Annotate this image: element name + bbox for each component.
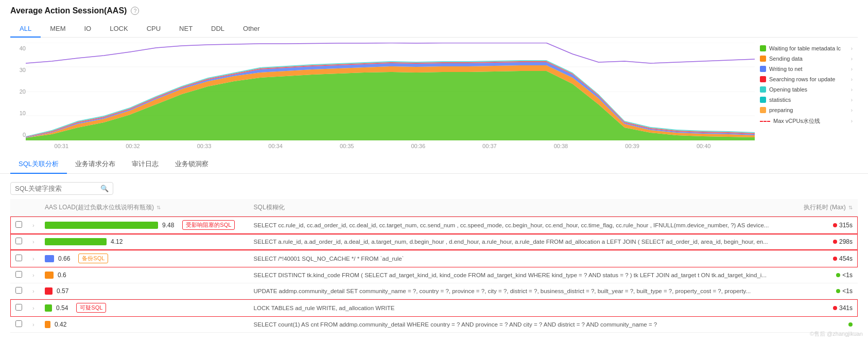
section-tab-lock[interactable]: 业务锁洞察 [167, 155, 217, 174]
row-sql-1: SELECT cc.rule_id, cc.ad_order_id, cc.de… [249, 216, 796, 234]
legend-color-6 [760, 97, 766, 103]
col-header-checkbox [10, 199, 27, 216]
chart-x-axis: 00:31 00:32 00:33 00:34 00:35 00:36 00:3… [10, 142, 755, 150]
dot-3 [833, 257, 837, 261]
table-row: › 4.12 SELECT a.rule_id, a.ad_order_id, … [10, 234, 858, 250]
row-sql-6: LOCK TABLES ad_rule WRITE, ad_allocation… [249, 299, 796, 317]
row-expand-4[interactable]: › [27, 267, 40, 283]
tag-affected-sql: 受影响阻塞的SQL [182, 220, 235, 230]
row-aas-4: 0.6 [40, 267, 249, 283]
aas-bar-7 [45, 321, 50, 328]
row-checkbox-2[interactable] [10, 234, 27, 250]
row-expand-7[interactable]: › [27, 317, 40, 333]
tab-lock[interactable]: LOCK [100, 21, 137, 38]
row-checkbox-3[interactable] [10, 250, 27, 267]
dot-2 [833, 240, 837, 244]
table-header-row: AAS LOAD(超过负载水位线说明有瓶颈) ⇅ SQL模糊化 执行耗时 (Ma… [10, 199, 858, 216]
legend-item-3[interactable]: Writing to net › [760, 66, 853, 72]
row-aas-2: 4.12 [40, 234, 249, 250]
row-exec-5: <1s [796, 283, 858, 299]
info-icon[interactable]: ? [131, 7, 139, 15]
legend-item-1[interactable]: Waiting for table metadata lc › [760, 45, 853, 51]
aas-bar-4 [45, 272, 54, 279]
tab-mem[interactable]: MEM [41, 21, 75, 38]
watermark: ©售后 @zhangjikuan [810, 330, 863, 338]
aas-bar-1 [45, 222, 158, 229]
row-exec-1: 315s [796, 216, 858, 234]
dot-5 [836, 289, 840, 293]
legend-item-7[interactable]: preparing › [760, 107, 853, 113]
row-checkbox-5[interactable] [10, 283, 27, 299]
data-table: AAS LOAD(超过负载水位线说明有瓶颈) ⇅ SQL模糊化 执行耗时 (Ma… [10, 199, 858, 333]
row-exec-4: <1s [796, 267, 858, 283]
row-expand-2[interactable]: › [27, 234, 40, 250]
col-header-aas[interactable]: AAS LOAD(超过负载水位线说明有瓶颈) ⇅ [40, 199, 249, 216]
row-exec-2: 298s [796, 234, 858, 250]
section-tab-business[interactable]: 业务请求分布 [67, 155, 124, 174]
legend-item-6[interactable]: statistics › [760, 97, 853, 103]
legend-color-7 [760, 107, 766, 113]
table-row: › 0.6 SELECT DISTINCT tk.kind_code FROM … [10, 267, 858, 283]
tab-other[interactable]: Other [234, 21, 269, 38]
tab-cpu[interactable]: CPU [137, 21, 170, 38]
col-header-exec[interactable]: 执行耗时 (Max) ⇅ [796, 199, 858, 216]
search-bar: 🔍 [0, 178, 868, 199]
tab-all[interactable]: ALL [10, 21, 41, 38]
sort-icon-exec: ⇅ [848, 205, 853, 210]
row-expand-3[interactable]: › [27, 250, 40, 267]
row-checkbox-4[interactable] [10, 267, 27, 283]
search-input-wrap[interactable]: 🔍 [10, 182, 113, 195]
main-tab-bar: ALL MEM IO LOCK CPU NET DDL Other [10, 21, 858, 38]
row-expand-1[interactable]: › [27, 216, 40, 234]
page-title: Average Action Session(AAS) [10, 6, 127, 15]
tab-net[interactable]: NET [170, 21, 202, 38]
row-sql-3: SELECT /*!40001 SQL_NO_CACHE */ * FROM `… [249, 250, 796, 267]
legend-item-5[interactable]: Opening tables › [760, 86, 853, 93]
legend-panel: Waiting for table metadata lc › Sending … [755, 43, 858, 150]
table-row: › 0.57 UPDATE addmp.community_detail SET… [10, 283, 858, 299]
row-sql-5: UPDATE addmp.community_detail SET commun… [249, 283, 796, 299]
legend-color-4 [760, 76, 766, 82]
aas-bar-6 [45, 304, 52, 312]
table-row: › 9.48 受影响阻塞的SQL SELECT cc.rule_id, cc.a… [10, 216, 858, 234]
aas-bar-5 [45, 287, 53, 295]
row-aas-6: 0.54 可疑SQL [40, 299, 249, 317]
legend-item-maxline[interactable]: Max vCPUs水位线 › [760, 117, 853, 125]
table-row: › 0.54 可疑SQL LOCK TABLES ad_rule WRITE, … [10, 299, 858, 317]
sql-table: AAS LOAD(超过负载水位线说明有瓶颈) ⇅ SQL模糊化 执行耗时 (Ma… [0, 199, 868, 333]
search-icon: 🔍 [100, 185, 109, 192]
table-row: › 0.66 备份SQL SELECT /*!40001 SQL_NO_CACH… [10, 250, 858, 267]
row-expand-5[interactable]: › [27, 283, 40, 299]
section-tab-sql[interactable]: SQL关联分析 [10, 155, 67, 174]
chart-y-axis: 40 30 20 10 0 [10, 43, 26, 140]
section-tab-bar: SQL关联分析 业务请求分布 审计日志 业务锁洞察 [0, 150, 868, 174]
row-aas-5: 0.57 [40, 283, 249, 299]
dot-4 [836, 273, 840, 277]
chart-section: 40 30 20 10 0 [0, 38, 868, 150]
table-row: › 0.42 SELECT count(1) AS cnt FROM addmp… [10, 317, 858, 333]
row-aas-1: 9.48 受影响阻塞的SQL [40, 216, 249, 234]
col-header-sql: SQL模糊化 [249, 199, 796, 216]
row-checkbox-7[interactable] [10, 317, 27, 333]
row-aas-3: 0.66 备份SQL [40, 250, 249, 267]
tag-backup-sql: 备份SQL [78, 254, 108, 263]
search-input[interactable] [15, 185, 97, 192]
legend-item-2[interactable]: Sending data › [760, 56, 853, 62]
chart-svg [26, 43, 755, 140]
row-sql-4: SELECT DISTINCT tk.kind_code FROM ( SELE… [249, 267, 796, 283]
tab-ddl[interactable]: DDL [202, 21, 234, 38]
sort-icon-aas: ⇅ [157, 205, 161, 210]
section-tab-audit[interactable]: 审计日志 [124, 155, 167, 174]
legend-color-3 [760, 66, 766, 72]
legend-color-1 [760, 45, 766, 51]
row-expand-6[interactable]: › [27, 299, 40, 317]
dot-7 [848, 322, 853, 327]
tab-io[interactable]: IO [75, 21, 100, 38]
row-checkbox-6[interactable] [10, 299, 27, 317]
legend-item-4[interactable]: Searching rows for update › [760, 76, 853, 82]
aas-bar-3 [45, 255, 54, 262]
row-checkbox-1[interactable] [10, 216, 27, 234]
chart-canvas [26, 43, 755, 142]
col-header-expand [27, 199, 40, 216]
row-exec-6: 341s [796, 299, 858, 317]
